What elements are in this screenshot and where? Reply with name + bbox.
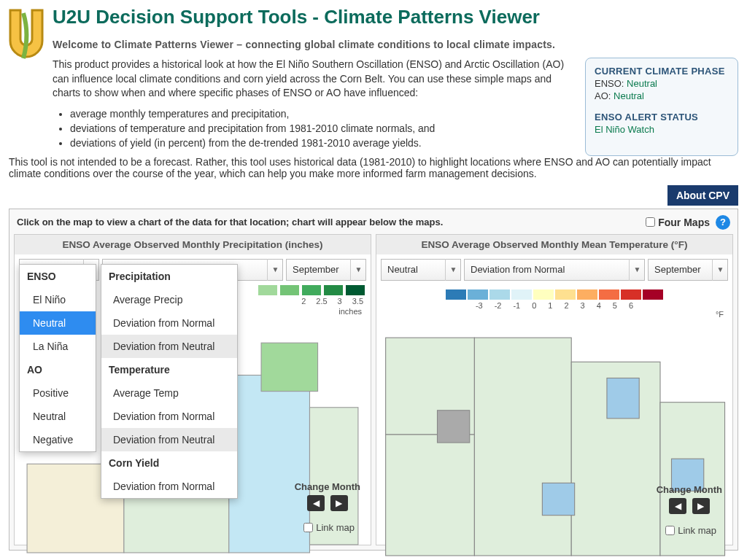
var-group-temp: Temperature xyxy=(101,358,237,381)
link-map-toggle[interactable]: Link map xyxy=(303,522,355,533)
month-select[interactable]: September ▼ xyxy=(648,259,728,281)
prev-month-button[interactable]: ◀ xyxy=(307,495,325,511)
enso-value-link[interactable]: Neutral xyxy=(627,78,657,89)
legend-tick: 1 xyxy=(548,301,552,310)
var-group-precip: Precipitation xyxy=(101,265,237,288)
legend-tick: 3.5 xyxy=(352,297,363,306)
maps-card: Click on the map to view a chart of the … xyxy=(9,209,738,551)
phase-option[interactable]: La Niña xyxy=(20,335,96,358)
map-instruction: Click on the map to view a chart of the … xyxy=(17,217,640,228)
change-month-block: Change Month ◀ ▶ xyxy=(295,481,360,511)
enso-label: ENSO: xyxy=(595,78,624,89)
legend-tick: 2 xyxy=(564,301,568,310)
var-option[interactable]: Deviation from Normal xyxy=(101,405,237,428)
intro-bullet: deviations of temperature and precipitat… xyxy=(70,122,573,134)
intro-bullet: average monthly temperatures and precipi… xyxy=(70,108,573,120)
current-phase-box: CURRENT CLIMATE PHASE ENSO: Neutral AO: … xyxy=(585,58,738,156)
phase-option[interactable]: Positive xyxy=(20,381,96,405)
link-map-label: Link map xyxy=(316,522,355,533)
next-month-button[interactable]: ▶ xyxy=(330,495,348,511)
phase-select-button[interactable]: Neutral xyxy=(381,259,461,281)
phase-select[interactable]: Neutral ▼ xyxy=(381,259,461,281)
phase-option-selected[interactable]: Neutral xyxy=(20,311,96,335)
legend-tick: 2 xyxy=(301,297,306,306)
u2u-logo xyxy=(6,7,47,66)
variable-select[interactable]: Deviation from Normal ▼ xyxy=(464,259,645,281)
four-maps-toggle[interactable]: Four Maps xyxy=(646,217,710,228)
svg-rect-6 xyxy=(386,435,475,556)
link-map-label: Link map xyxy=(678,525,716,536)
about-cpv-button[interactable]: About CPV xyxy=(667,185,738,206)
ao-label: AO: xyxy=(595,90,611,101)
phase-option[interactable]: El Niño xyxy=(20,288,96,311)
var-option[interactable]: Average Temp xyxy=(101,381,237,405)
intro-p1: This product provides a historical look … xyxy=(53,58,573,101)
dropdown-group-ao: AO xyxy=(20,358,96,381)
month-select-button[interactable]: September xyxy=(648,259,728,281)
dropdown-group-enso: ENSO xyxy=(20,265,96,288)
phase-option[interactable]: Neutral xyxy=(20,405,96,428)
alert-title: ENSO ALERT STATUS xyxy=(595,112,729,122)
var-option[interactable]: Deviation from Neutral xyxy=(101,428,237,451)
phase-dropdown: ENSO El Niño Neutral La Niña AO Positive… xyxy=(19,264,96,452)
svg-rect-11 xyxy=(542,483,574,515)
change-month-block: Change Month ◀ ▶ xyxy=(657,484,722,514)
welcome-text: Welcome to Climate Patterns Viewer – con… xyxy=(53,39,738,50)
var-option[interactable]: Average Precip xyxy=(101,288,237,311)
legend-unit: °F xyxy=(376,310,732,319)
svg-rect-10 xyxy=(607,378,639,418)
link-map-checkbox[interactable] xyxy=(303,523,313,532)
legend-tick: -3 xyxy=(476,301,483,310)
intro-block: This product provides a historical look … xyxy=(53,58,573,156)
svg-rect-2 xyxy=(229,375,310,553)
intro-bullet: deviations of yield (in percent) from th… xyxy=(70,137,573,149)
panel-temp: ENSO Average Observed Monthly Mean Tempe… xyxy=(376,234,733,545)
page-title: U2U Decision Support Tools - Climate Pat… xyxy=(53,6,738,28)
month-select[interactable]: September ▼ xyxy=(286,259,366,281)
variable-select-button[interactable]: Deviation from Normal xyxy=(464,259,645,281)
prev-month-button[interactable]: ◀ xyxy=(669,498,686,514)
legend-tick: 0 xyxy=(532,301,536,310)
svg-rect-8 xyxy=(474,338,571,556)
temp-map[interactable]: Change Month ◀ ▶ Link map xyxy=(381,322,728,540)
next-month-button[interactable]: ▶ xyxy=(692,498,710,514)
alert-value-link[interactable]: El Niño Watch xyxy=(595,124,654,135)
legend-tick: 3 xyxy=(338,297,342,306)
panel-precip: ENSO Average Observed Monthly Precipitat… xyxy=(14,234,371,545)
legend-tick: -1 xyxy=(513,301,520,310)
month-select-button[interactable]: September xyxy=(286,259,366,281)
legend-tick: 3 xyxy=(581,301,585,310)
var-option[interactable]: Deviation from Normal xyxy=(101,475,237,498)
change-month-label: Change Month xyxy=(295,481,360,492)
ao-value-link[interactable]: Neutral xyxy=(614,90,644,101)
link-map-checkbox[interactable] xyxy=(665,526,675,535)
phase-title: CURRENT CLIMATE PHASE xyxy=(595,66,729,77)
change-month-label: Change Month xyxy=(657,484,722,495)
panel-precip-title: ENSO Average Observed Monthly Precipitat… xyxy=(15,235,371,254)
panel-temp-title: ENSO Average Observed Monthly Mean Tempe… xyxy=(376,235,732,254)
var-option[interactable]: Deviation from Neutral xyxy=(101,335,237,358)
var-option[interactable]: Deviation from Normal xyxy=(101,311,237,335)
four-maps-label: Four Maps xyxy=(658,217,710,228)
four-maps-checkbox[interactable] xyxy=(646,217,655,227)
help-icon[interactable]: ? xyxy=(716,215,730,230)
intro-p2: This tool is not intended to be a foreca… xyxy=(9,156,738,179)
link-map-toggle[interactable]: Link map xyxy=(665,525,716,536)
temp-legend xyxy=(376,285,732,301)
svg-rect-3 xyxy=(261,343,317,391)
svg-rect-7 xyxy=(437,411,469,443)
legend-tick: 2.5 xyxy=(316,297,327,306)
legend-tick: 6 xyxy=(629,301,633,310)
var-group-yield: Corn Yield xyxy=(101,451,237,475)
legend-tick: 5 xyxy=(613,301,617,310)
variable-dropdown: Precipitation Average Precip Deviation f… xyxy=(101,264,238,499)
phase-option[interactable]: Negative xyxy=(20,428,96,451)
legend-tick: -2 xyxy=(495,301,502,310)
legend-tick: 4 xyxy=(597,301,601,310)
